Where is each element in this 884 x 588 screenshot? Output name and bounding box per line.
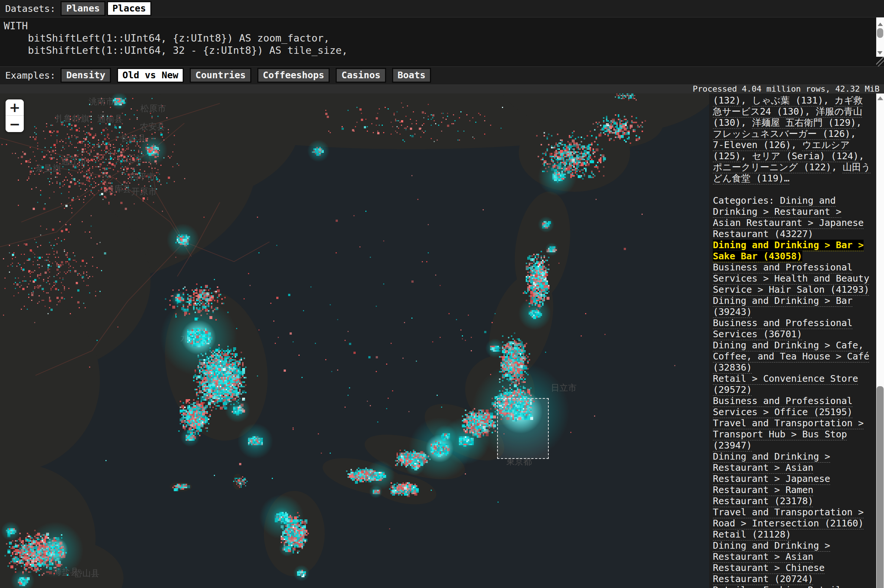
brand-link[interactable]: しゃぶ葉 (131) [752,95,823,106]
query-stats-text: Processed 4.04 million rows, 42.32 MiB [693,84,879,93]
map-canvas[interactable] [0,93,709,588]
category-link[interactable]: Retail (21128) [713,529,791,540]
categories-label: Categories: [713,195,780,206]
category-link[interactable]: Retail > Convenience Store (29572) [713,373,858,395]
sql-editor-area [0,17,884,67]
sql-scrollbar-thumb[interactable] [877,28,883,38]
sql-editor[interactable] [0,17,876,66]
sidebar-scrollbar-thumb[interactable] [876,386,884,588]
brand-link[interactable]: ポニークリーニング (122) [713,162,831,172]
zoom-in-button[interactable]: + [6,99,24,116]
brand-link[interactable]: フレッシュネスバーガー (126) [713,128,851,139]
category-link-highlighted[interactable]: Dining and Drinking > Bar > Sake Bar (43… [713,240,864,261]
scroll-down-arrow-icon[interactable] [877,51,882,54]
category-link[interactable]: Dining and Drinking > Bar (39243) [713,295,852,317]
scrollbar-up-arrow-icon[interactable] [877,96,883,100]
example-button-old-vs-new[interactable]: Old vs New [117,68,184,83]
sql-editor-scrollbar[interactable] [876,17,884,57]
brand-link[interactable]: (132) [713,95,741,106]
map-selection-box[interactable] [497,398,549,459]
example-button-density[interactable]: Density [60,68,111,83]
example-button-coffeeshops[interactable]: Coffeeshops [257,68,330,83]
category-link[interactable]: Business and Professional Services > Off… [713,396,852,417]
category-link[interactable]: Travel and Transportation > Transport Hu… [713,418,864,451]
results-sidebar: (132), しゃぶ葉 (131), カギ救急サービス24 (130), 洋服の… [709,93,876,588]
examples-bar: Examples: DensityOld vs NewCountriesCoff… [0,67,884,84]
examples-label: Examples: [5,70,55,81]
status-bar: Processed 4.04 million rows, 42.32 MiB [0,84,884,93]
map[interactable]: + − [0,93,709,588]
scroll-up-arrow-icon[interactable] [878,22,883,26]
category-link[interactable]: Business and Professional Services > Hea… [713,262,869,295]
zoom-out-button[interactable]: − [6,116,24,132]
category-link[interactable]: Retail > Fashion Retail > Clothing Store… [713,585,852,588]
brand-link[interactable]: セリア (Seria) (124) [752,151,858,161]
main-content: + − (132), しゃぶ葉 (131), カギ救急サービス24 (130),… [0,93,884,588]
sql-editor-resize-grip[interactable] [876,57,884,66]
brands-list: (132), しゃぶ葉 (131), カギ救急サービス24 (130), 洋服の… [713,95,872,184]
map-zoom-control: + − [6,99,24,132]
dataset-button-planes[interactable]: Planes [60,1,105,16]
example-button-casinos[interactable]: Casinos [336,68,386,83]
datasets-label: Datasets: [5,3,55,14]
example-button-countries[interactable]: Countries [190,68,251,83]
category-link[interactable]: Travel and Transportation > Road > Inter… [713,507,864,529]
sidebar-scrollbar[interactable] [876,93,884,588]
brand-link[interactable]: 洋麺屋 五右衛門 (129) [752,117,856,128]
category-link[interactable]: Dining and Drinking > Restaurant > Asian… [713,451,830,506]
datasets-buttons: PlanesPlaces [60,1,153,16]
datasets-bar: Datasets: PlanesPlaces [0,0,884,17]
example-button-boats[interactable]: Boats [392,68,431,83]
categories-list: Categories: Dining and Drinking > Restau… [713,195,872,588]
dataset-button-places[interactable]: Places [107,1,152,16]
category-link[interactable]: Dining and Drinking > Cafe, Coffee, and … [713,340,869,373]
category-link[interactable]: Business and Professional Services (3670… [713,318,852,339]
category-link[interactable]: Dining and Drinking > Restaurant > Asian… [713,540,830,584]
brand-link[interactable]: 7-Eleven (126) [713,140,791,150]
examples-buttons: DensityOld vs NewCountriesCoffeeshopsCas… [60,68,437,83]
